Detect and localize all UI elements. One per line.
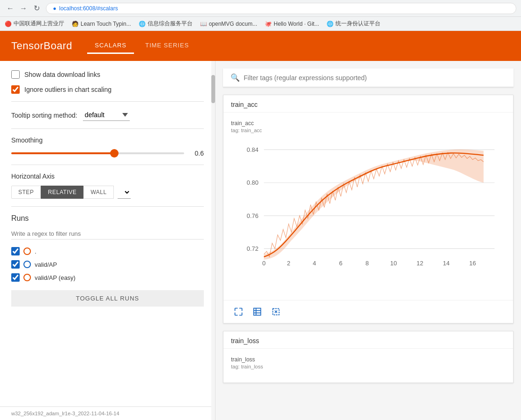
chart-svg-container-train-acc: 0.84 0.80 0.76 0.72 0 2 4 6 8 10 12 14 bbox=[231, 139, 506, 292]
svg-text:16: 16 bbox=[469, 260, 476, 267]
svg-text:10: 10 bbox=[390, 260, 397, 267]
bookmark-icon-3: 📖 bbox=[200, 21, 207, 27]
tb-header: TensorBoard SCALARS TIME SERIES bbox=[0, 31, 521, 61]
back-button[interactable]: ← bbox=[5, 3, 16, 14]
chart-subtitle-train-acc: train_acc bbox=[231, 120, 506, 127]
bookmark-icon-2: 🌐 bbox=[139, 21, 146, 27]
svg-text:12: 12 bbox=[417, 260, 423, 267]
bookmark-china-telecom[interactable]: 🔴 中国联通网上营业厅 bbox=[5, 20, 64, 28]
show-download-checkbox[interactable] bbox=[11, 70, 20, 79]
run-valid-ap-easy-label: valid/AP (easy) bbox=[35, 274, 75, 281]
axis-section: Horizontal Axis STEP RELATIVE WALL bbox=[11, 172, 204, 199]
bookmark-label-0: 中国联通网上营业厅 bbox=[14, 20, 64, 28]
toggle-all-runs-button[interactable]: TOGGLE ALL RUNS bbox=[11, 290, 204, 307]
chart-card-train-loss: train_loss train_loss tag: train_loss bbox=[223, 331, 514, 383]
run-valid-ap-easy-checkbox[interactable] bbox=[11, 273, 20, 282]
sidebar-footer: w32_256x192_adam_lr1e-3_2022-11-04-16-14 bbox=[0, 406, 215, 420]
tb-logo: TensorBoard bbox=[11, 40, 72, 52]
run-dot-checkbox[interactable] bbox=[11, 247, 20, 255]
browser-bar: ← → ↻ ● localhost:6008/#scalars bbox=[0, 0, 521, 17]
bookmark-label-2: 信息综合服务平台 bbox=[148, 20, 193, 28]
divider-2 bbox=[11, 128, 204, 129]
tooltip-sort-row: Tooltip sorting method: default ascendin… bbox=[11, 109, 204, 121]
smoothing-section: Smoothing 0.6 bbox=[11, 136, 204, 157]
filter-tags-input[interactable] bbox=[244, 74, 506, 82]
scroll-thumb[interactable] bbox=[211, 75, 215, 103]
tab-time-series[interactable]: TIME SERIES bbox=[138, 38, 196, 54]
chart-card-train-acc: train_acc train_acc tag: train_acc 0 bbox=[223, 95, 514, 323]
svg-text:0: 0 bbox=[262, 260, 266, 267]
axis-relative-button[interactable]: RELATIVE bbox=[41, 186, 83, 199]
run-item-valid-ap-easy: valid/AP (easy) bbox=[11, 273, 204, 282]
tab-scalars[interactable]: SCALARS bbox=[87, 38, 134, 54]
filter-bar: 🔍 bbox=[223, 68, 514, 87]
chart-subtitle-train-loss: train_loss bbox=[231, 356, 506, 363]
run-dot-label: . bbox=[35, 248, 37, 255]
tooltip-sort-label: Tooltip sorting method: bbox=[11, 112, 77, 119]
run-valid-ap-checkbox[interactable] bbox=[11, 260, 20, 269]
chart-body-train-loss: train_loss tag: train_loss bbox=[223, 349, 513, 382]
scroll-indicator bbox=[211, 61, 215, 420]
expand-chart-button[interactable] bbox=[231, 304, 246, 319]
bookmark-label-4: Hello World · Git... bbox=[274, 21, 319, 27]
runs-filter-input[interactable] bbox=[11, 228, 204, 240]
reload-button[interactable]: ↻ bbox=[31, 3, 42, 14]
bookmark-label-3: openMVG docum... bbox=[209, 21, 257, 27]
bookmark-openmvg[interactable]: 📖 openMVG docum... bbox=[200, 21, 257, 27]
smoothing-value: 0.6 bbox=[190, 150, 204, 157]
chart-title-train-acc: train_acc bbox=[223, 95, 513, 112]
axis-step-button[interactable]: STEP bbox=[11, 186, 41, 199]
ignore-outliers-checkbox[interactable] bbox=[11, 85, 20, 94]
axis-dropdown[interactable] bbox=[118, 186, 131, 199]
bookmark-typing[interactable]: 🧑 Learn Touch Typin... bbox=[72, 21, 131, 27]
axis-title: Horizontal Axis bbox=[11, 172, 204, 180]
bookmark-icon-4: 🐙 bbox=[265, 21, 272, 27]
search-icon: 🔍 bbox=[231, 73, 240, 82]
chart-tag-train-loss: tag: train_loss bbox=[231, 364, 506, 369]
divider-1 bbox=[11, 101, 204, 102]
run-valid-ap-circle bbox=[23, 261, 31, 268]
run-valid-ap-label: valid/AP bbox=[35, 261, 57, 268]
bookmark-icon-0: 🔴 bbox=[5, 21, 12, 27]
bookmark-info[interactable]: 🌐 信息综合服务平台 bbox=[139, 20, 193, 28]
chart-title-train-loss: train_loss bbox=[223, 331, 513, 349]
ignore-outliers-row: Ignore outliers in chart scaling bbox=[11, 85, 204, 94]
svg-text:14: 14 bbox=[443, 260, 449, 267]
bookmark-icon-1: 🧑 bbox=[72, 21, 79, 27]
svg-text:6: 6 bbox=[339, 260, 342, 267]
svg-text:4: 4 bbox=[313, 260, 316, 267]
run-item-valid-ap: valid/AP bbox=[11, 260, 204, 269]
bookmark-sso[interactable]: 🌐 统一身份认证平台 bbox=[327, 20, 380, 28]
chart-toolbar-train-acc bbox=[223, 300, 513, 323]
svg-text:0.80: 0.80 bbox=[247, 179, 259, 186]
run-dot-circle bbox=[23, 248, 31, 255]
svg-text:8: 8 bbox=[365, 260, 369, 267]
data-table-button[interactable] bbox=[250, 304, 265, 319]
sidebar: Show data download links Ignore outliers… bbox=[0, 61, 216, 420]
divider-3 bbox=[11, 165, 204, 165]
chart-body-train-acc: train_acc tag: train_acc 0.84 0.80 bbox=[223, 112, 513, 300]
main-layout: Show data download links Ignore outliers… bbox=[0, 61, 521, 420]
tb-navigation: SCALARS TIME SERIES bbox=[87, 38, 196, 54]
bookmark-helloworld[interactable]: 🐙 Hello World · Git... bbox=[265, 21, 319, 27]
main-content: 🔍 train_acc train_acc tag: train_acc bbox=[216, 61, 521, 420]
bookmarks-bar: 🔴 中国联通网上营业厅 🧑 Learn Touch Typin... 🌐 信息综… bbox=[0, 17, 521, 31]
svg-text:0.84: 0.84 bbox=[247, 146, 259, 153]
axis-wall-button[interactable]: WALL bbox=[83, 186, 113, 199]
show-download-label: Show data download links bbox=[24, 71, 100, 78]
ignore-outliers-label: Ignore outliers in chart scaling bbox=[24, 86, 112, 93]
forward-button[interactable]: → bbox=[18, 3, 29, 14]
fit-domain-button[interactable] bbox=[268, 304, 283, 319]
smoothing-slider[interactable] bbox=[11, 152, 184, 154]
svg-text:2: 2 bbox=[287, 260, 290, 267]
divider-4 bbox=[11, 206, 204, 207]
tooltip-sort-select[interactable]: default ascending descending nearest bbox=[83, 109, 130, 121]
runs-title: Runs bbox=[11, 214, 204, 223]
address-bar[interactable]: ● localhost:6008/#scalars bbox=[46, 3, 516, 14]
browser-navigation: ← → ↻ bbox=[5, 3, 42, 14]
axis-buttons: STEP RELATIVE WALL bbox=[11, 186, 204, 199]
run-valid-ap-easy-circle bbox=[23, 274, 31, 281]
bookmark-icon-5: 🌐 bbox=[327, 21, 334, 27]
run-item-dot: . bbox=[11, 247, 204, 255]
runs-section: Runs . valid/AP vali bbox=[11, 214, 204, 307]
